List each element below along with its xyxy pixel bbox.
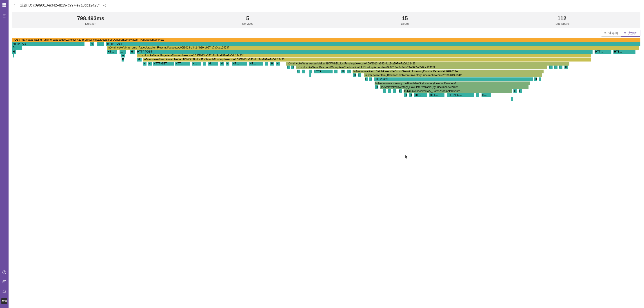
- flame-span[interactable]: H: [393, 89, 396, 93]
- flame-span[interactable]: H: [137, 58, 142, 61]
- flame-row: HHHT…HTT…HTTP PO…HH…: [12, 93, 640, 97]
- flame-span[interactable]: H: [564, 65, 568, 69]
- avatar[interactable]: 军迪: [1, 298, 7, 304]
- flame-span[interactable]: H: [347, 70, 351, 73]
- flame-span[interactable]: InJvmInvoke/item_BatchAssembleGroupSkuWi…: [352, 70, 544, 73]
- flame-span[interactable]: H: [476, 93, 479, 97]
- flame-span[interactable]: H: [220, 62, 224, 65]
- back-button[interactable]: [12, 3, 17, 8]
- flame-span[interactable]: H: [383, 89, 386, 93]
- metric-total-value: 112: [483, 15, 640, 21]
- flame-span[interactable]: HTTP GET: [153, 62, 174, 65]
- help-icon[interactable]: [2, 270, 7, 275]
- flame-span[interactable]: [334, 70, 338, 73]
- flame-span[interactable]: In.: [121, 54, 126, 57]
- flame-row: HTTP POSTH……HTTP POST: [12, 42, 640, 46]
- flame-span[interactable]: H: [353, 73, 356, 77]
- flame-span[interactable]: HT…: [249, 62, 263, 65]
- main-content: 追踪ID: c09f9013-a342-4b19-a997-e7a0dc1242…: [8, 0, 644, 308]
- flame-span[interactable]: HTTP …: [314, 70, 332, 73]
- flame-span[interactable]: HT…: [107, 50, 117, 54]
- flame-span[interactable]: HT…: [414, 93, 428, 97]
- svg-rect-2: [5, 3, 6, 4]
- flame-span[interactable]: H: [514, 89, 516, 93]
- flame-span[interactable]: [13, 54, 14, 57]
- flame-span[interactable]: H…: [192, 62, 201, 65]
- flame-span[interactable]: H: [404, 93, 408, 97]
- flame-span[interactable]: H: [388, 89, 391, 93]
- flame-span[interactable]: H: [143, 62, 147, 65]
- flame-span[interactable]: H: [409, 93, 412, 97]
- flame-span[interactable]: InJvmInvoke/ubras_oms_PageUbrasItemFlowI…: [107, 46, 639, 50]
- flame-span[interactable]: [511, 97, 513, 101]
- flame-span[interactable]: HTTP POST: [106, 42, 640, 46]
- metric-depth-value: 15: [326, 15, 483, 21]
- flame-span[interactable]: InJvmInvoke/inventory_CalculateAvailable…: [380, 85, 528, 89]
- flame-span[interactable]: H…: [208, 62, 218, 65]
- flame-span[interactable]: [310, 70, 312, 73]
- flame-span[interactable]: HTTP POST: [136, 50, 593, 54]
- flame-row: HInJvmInvoke/inventory_CalculateAvailabl…: [12, 85, 640, 89]
- flame-row: HHInJvmInvoke/item_BatchAssembleSkuInven…: [12, 73, 640, 77]
- flame-span[interactable]: [538, 77, 541, 81]
- flame-button[interactable]: 火焰图: [621, 30, 640, 36]
- flame-span[interactable]: H: [302, 70, 305, 73]
- flame-span[interactable]: H: [398, 89, 402, 93]
- flame-span[interactable]: H: [341, 70, 345, 73]
- e-logo-icon[interactable]: [2, 13, 7, 18]
- flame-span[interactable]: H: [554, 65, 558, 69]
- flame-span[interactable]: H: [549, 65, 552, 69]
- flame-span[interactable]: H: [358, 73, 361, 77]
- flame-span[interactable]: H: [130, 50, 135, 54]
- flame-span[interactable]: …: [120, 50, 126, 54]
- flame-span[interactable]: H: [148, 62, 152, 65]
- flame-span[interactable]: InJvmInvoke/inventory_BatchAssembleInven…: [404, 89, 512, 93]
- flame-span[interactable]: HTT…: [614, 50, 636, 54]
- flame-span[interactable]: InJvmInvoke/item_AssembleItemBOWithSkuLi…: [286, 62, 570, 65]
- flame-span[interactable]: H: [226, 62, 230, 65]
- apps-icon[interactable]: [2, 2, 7, 7]
- flame-span[interactable]: H: [518, 89, 522, 93]
- flame-span[interactable]: H: [559, 65, 563, 69]
- bell-icon[interactable]: [2, 289, 7, 294]
- flame-span[interactable]: P…: [12, 46, 22, 50]
- flame-span[interactable]: InJvmInvoke/item_BatchAssembleSkuInvento…: [364, 73, 542, 77]
- flame-graph[interactable]: POST http://gaia-trading-runtime-cabdbcd…: [12, 38, 640, 305]
- flame-row: In.InJvmInvoke/item_PageItemFlowImpl/exe…: [12, 54, 640, 57]
- flame-span[interactable]: HTT…: [175, 62, 190, 65]
- flame-span[interactable]: HTT…: [430, 93, 444, 97]
- flame-span[interactable]: H: [291, 65, 294, 69]
- waterfall-button[interactable]: 瀑布图: [601, 30, 621, 36]
- metrics-bar: 798.493ms Duration 5 Services 15 Depth 1…: [12, 12, 640, 28]
- flame-span[interactable]: H…: [90, 42, 94, 46]
- flame-span[interactable]: [203, 62, 206, 65]
- flame-span[interactable]: [265, 62, 268, 65]
- flame-span[interactable]: H: [297, 70, 300, 73]
- flame-span[interactable]: H…: [482, 93, 491, 97]
- flame-span[interactable]: H: [375, 85, 378, 89]
- flame-span[interactable]: HTTP PO…: [447, 93, 474, 97]
- flame-span[interactable]: H: [270, 62, 274, 65]
- flame-span[interactable]: H: [12, 50, 16, 54]
- flame-span[interactable]: HTT…: [594, 50, 612, 54]
- flame-span[interactable]: HT…: [232, 62, 247, 65]
- flame-span[interactable]: InJvmInvoke/inventory_ListAvailableQtyIn…: [374, 81, 530, 85]
- lang-icon[interactable]: Cn: [2, 279, 7, 284]
- flame-span[interactable]: HTTP POST: [12, 42, 84, 46]
- flame-span[interactable]: InJvmInvoke/item_BatchAddGroupItemCombin…: [296, 65, 548, 69]
- flame-span[interactable]: POST http://gaia-trading-runtime-cabdbcd…: [12, 38, 640, 42]
- flame-span[interactable]: H: [287, 65, 290, 69]
- flame-row: HHHHInJvmInvoke/inventory_BatchAssembleI…: [12, 89, 640, 93]
- flame-span[interactable]: H: [365, 77, 368, 81]
- flame-span[interactable]: H: [369, 77, 372, 81]
- flame-span[interactable]: F: [122, 58, 124, 61]
- flame-span[interactable]: HTTP POST: [374, 77, 533, 81]
- flame-span[interactable]: InJvmInvoke/item_PageItemFlowImpl/execut…: [137, 54, 591, 57]
- flame-span[interactable]: H: [276, 62, 280, 65]
- flame-span[interactable]: InJvmInvoke/item_AssembleItemBOWithSkuLi…: [143, 58, 591, 61]
- flame-span[interactable]: H: [534, 77, 537, 81]
- share-button[interactable]: [102, 3, 107, 8]
- waterfall-label: 瀑布图: [608, 31, 618, 35]
- flame-span[interactable]: …: [97, 42, 104, 46]
- flame-span[interactable]: [310, 73, 311, 77]
